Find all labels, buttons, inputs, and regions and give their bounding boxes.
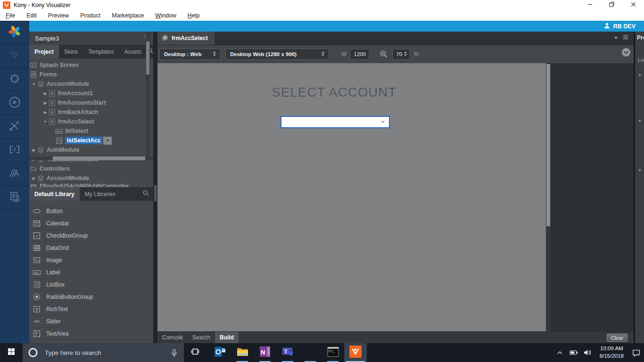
rail-button-fonts-icon[interactable] [0,162,29,186]
tab-skins[interactable]: Skins [59,45,83,58]
menu-item-window[interactable]: Window [149,10,182,21]
tab-build[interactable]: Build [215,332,239,344]
tree-item-controllers[interactable]: Controllers [29,164,153,173]
menu-item-marketplace[interactable]: Marketplace [106,10,149,21]
start-button[interactable] [0,343,23,362]
rail-button-build-tools-icon[interactable] [0,115,29,139]
tab-search[interactable]: Search [188,332,215,344]
taskbar-app-chrome[interactable] [299,343,322,362]
menu-item-help[interactable]: Help [182,10,206,21]
expand-arrow[interactable]: ▶ [42,110,48,115]
expand-arrow[interactable]: ▶ [31,148,37,152]
collapse-toolbar-button[interactable] [621,48,631,57]
taskbar-clock[interactable]: 10:09 AM 8/15/2018 [596,345,627,360]
library-item-calendar[interactable]: Calendar [29,217,153,230]
close-tab-icon[interactable] [162,34,168,42]
rail-button-docs-icon[interactable] [0,186,29,209]
tree-horizontal-scrollbar-thumb[interactable] [53,156,145,160]
tab-templates[interactable]: Templates [83,45,119,58]
canvas-menu-icon[interactable] [622,34,629,42]
rail-button-preview-play-icon[interactable] [0,91,29,115]
task-view-button[interactable] [184,343,206,362]
library-item-button[interactable]: Button [29,205,153,217]
rail-button-kony-logo[interactable] [0,21,29,44]
tab-assets[interactable]: Assets [119,45,147,58]
tray-chevron-up-icon[interactable] [555,349,565,356]
taskbar-app-onenote[interactable]: N [254,343,276,362]
taskbar-app-file-explorer[interactable] [231,343,254,362]
panel-splitter[interactable] [153,32,157,343]
expand-arrow[interactable]: ▶ [42,101,48,105]
tree-item-splash screen[interactable]: Splash Screen [29,60,153,70]
rail-button-canvas-layout-icon[interactable] [0,139,29,162]
library-item-label[interactable]: abcLabel [29,266,153,279]
close-button[interactable] [622,0,644,10]
rail-button-gear-icon[interactable] [0,68,29,91]
device-select[interactable]: Desktop Web (1280 x 900) [225,49,329,60]
expand-arrow[interactable]: ▼ [42,120,48,124]
speaker-icon[interactable] [582,348,593,357]
library-item-textarea[interactable]: TextArea [29,328,153,340]
tree-item-accountmodule[interactable]: ▼AccountModule [29,79,153,89]
widget-context-menu-button[interactable]: ▼ [103,137,112,145]
form-heading-label[interactable]: SELECT ACCOUNT [157,85,511,100]
form-tab[interactable]: frmAccSelect [157,32,215,45]
tree-item-frmbackattach[interactable]: ▶frmBackAttach [29,107,153,117]
microphone-icon[interactable] [170,349,178,357]
rail-button-visualizer-icon[interactable] [0,44,29,68]
library-item-checkboxgroup[interactable]: CheckBoxGroup [29,230,153,242]
tree-item-authmodule[interactable]: ▶AuthModule [29,145,153,155]
action-center-icon[interactable] [631,348,641,357]
library-item-image[interactable]: Image [29,254,153,266]
tree-vertical-scrollbar-thumb[interactable] [146,41,149,74]
tree-item-fbox0c6254cb960b24bcontroller[interactable]: FBox0c6254cb960b24bController [29,183,153,187]
expand-arrow[interactable]: ▶ [42,91,48,96]
menu-item-product[interactable]: Product [74,10,106,21]
tab-default-library[interactable]: Default Library [29,187,80,201]
taskbar-search-box[interactable]: Type here to search [23,343,184,362]
menu-item-preview[interactable]: Preview [42,10,74,21]
property-group-chevron[interactable]: ▼ [638,119,642,123]
platform-select[interactable]: Desktop : Web [159,49,221,60]
tree-item-frmaccselect[interactable]: ▼frmAccSelect [29,117,153,126]
library-item-richtext[interactable]: TRichText [29,303,153,315]
clear-button[interactable]: Clear [607,334,627,342]
library-item-listbox[interactable]: ListBox [29,279,153,291]
library-search-icon[interactable] [142,189,149,198]
account-combobox[interactable] [281,116,390,128]
width-input[interactable]: 1200 [350,49,369,59]
battery-icon[interactable] [569,348,579,357]
zoom-stepper[interactable]: 70 [393,49,410,59]
menu-item-file[interactable]: File [0,10,21,21]
library-item-radiobuttongroup[interactable]: RadioButtonGroup [29,291,153,303]
tree-item-frmaccount1[interactable]: ▶frmAccount1 [29,89,153,98]
expand-arrow[interactable]: ▶ [31,176,37,181]
canvas-scrollbar-thumb[interactable] [546,64,550,226]
account-user[interactable]: RB DEV [603,22,636,31]
canvas-dropdown-icon[interactable] [613,34,619,42]
tree-item-forms[interactable]: Forms [29,70,153,79]
tab-project[interactable]: Project [29,45,59,58]
taskbar-app-teams[interactable]: T [276,343,299,362]
richtext-icon: T [33,305,41,313]
tree-item-lblselect[interactable]: abclblSelect [29,126,153,136]
library-item-datagrid[interactable]: DataGrid [29,242,153,254]
property-group-chevron[interactable]: ▼ [638,168,642,173]
splitter-grip[interactable] [154,185,157,201]
tab-console[interactable]: Console [157,332,188,344]
property-group-chevron[interactable]: ▼ [638,73,642,77]
expand-arrow[interactable]: ▼ [31,82,37,86]
menu-item-edit[interactable]: Edit [21,10,42,21]
tree-item-frmaccountsstart[interactable]: ▶frmAccountsStart [29,98,153,107]
taskbar-app-outlook[interactable] [208,343,231,362]
library-item-slider[interactable]: Slider [29,315,153,328]
taskbar-app-command-prompt[interactable]: C:\_ [322,343,344,362]
tree-item-accountmodule[interactable]: ▶AccountModule [29,173,153,183]
tree-item-lstselectacc[interactable]: lstSelectAcc▼ [29,136,153,145]
tab-my-libraries[interactable]: My Libraries [80,187,121,201]
taskbar-app-kony-visualizer[interactable] [344,343,367,362]
zoom-in-icon[interactable] [380,50,388,58]
restore-button[interactable] [601,0,622,10]
minimize-button[interactable] [579,0,601,10]
form-canvas[interactable]: SELECT ACCOUNT [157,63,546,331]
